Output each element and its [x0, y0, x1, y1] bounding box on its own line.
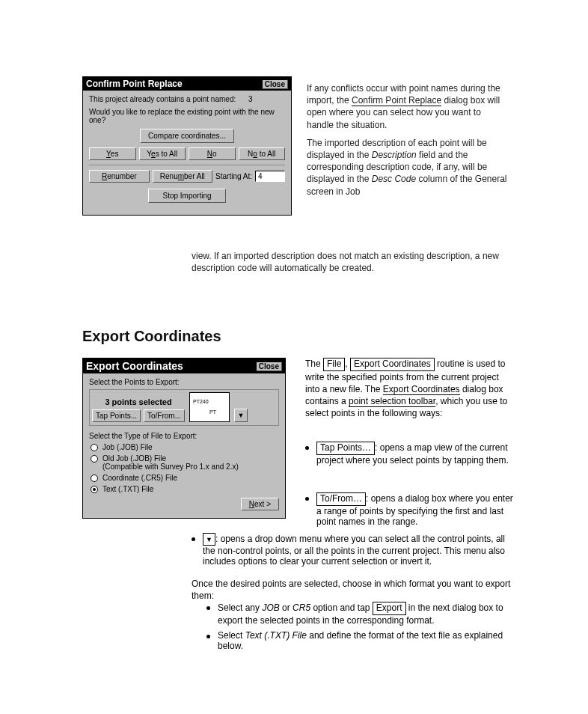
bullet-text: Select any JOB or CR5 option and tap Exp…	[218, 602, 513, 626]
t-em: Desc Code	[372, 174, 416, 184]
radio-coordinate-file[interactable]: Coordinate (.CR5) File	[91, 474, 279, 482]
menu-keycap: File	[323, 358, 345, 371]
t-em: JOB	[262, 602, 279, 613]
next-button[interactable]: Next >	[241, 498, 279, 510]
starting-at-label: Starting At:	[215, 172, 252, 180]
radio-label: Job (.JOB) File	[102, 443, 153, 451]
radio-text-file[interactable]: Text (.TXT) File	[91, 485, 279, 493]
compare-coordinates-button[interactable]: Compare coordinates...	[140, 129, 234, 143]
renumber-button[interactable]: Renumber	[89, 170, 150, 183]
t: The	[305, 358, 323, 369]
select-points-label: Select the Points to Export:	[89, 378, 279, 386]
no-button[interactable]: No	[189, 147, 236, 160]
doc-bullet: Select Text (.TXT) File and define the f…	[206, 630, 513, 651]
map-preview[interactable]: PT240 PT	[189, 392, 230, 422]
doc-text-continuation: view. If an imported description does no…	[192, 250, 513, 274]
tap-points-button[interactable]: Tap Points...	[92, 409, 141, 422]
close-button[interactable]: Close	[256, 361, 282, 371]
to-from-button[interactable]: To/From...	[144, 409, 185, 422]
close-button[interactable]: Close	[262, 79, 288, 89]
radio-icon	[91, 444, 98, 451]
section-heading: Export Coordinates	[82, 328, 221, 345]
dialog-body: This project already contains a point na…	[83, 91, 291, 215]
selection-count: 3 points selected	[92, 397, 185, 407]
bullet-text: Tap Points…: opens a map view of the cur…	[316, 442, 515, 466]
button-keycap: To/From…	[316, 492, 366, 506]
radio-label: Text (.TXT) File	[102, 485, 153, 493]
dialog-title: Export Coordinates	[86, 360, 183, 372]
doc-para: The imported description of each point w…	[307, 137, 509, 198]
bullet-icon	[305, 446, 309, 450]
confirm-point-replace-dialog: Confirm Point Replace Close This project…	[82, 76, 292, 216]
doc-para: If any conflicts occur with point names …	[307, 82, 509, 131]
radio-job-file[interactable]: Job (.JOB) File	[91, 443, 279, 451]
t-em: CR5	[293, 602, 310, 613]
doc-bullet: To/From…: opens a dialog box where you e…	[305, 492, 515, 527]
bullet-icon	[192, 537, 195, 541]
t: option and tap	[310, 602, 373, 613]
export-coordinates-dialog: Export Coordinates Close Select the Poin…	[82, 358, 286, 519]
selection-dropdown-button[interactable]: ▼	[234, 409, 248, 422]
renumber-all-button[interactable]: Renumber All	[153, 170, 213, 183]
yes-button[interactable]: Yes	[89, 147, 136, 160]
dialog-titlebar: Export Coordinates Close	[83, 358, 285, 373]
doc-bullet: Tap Points…: opens a map view of the cur…	[305, 442, 515, 466]
dialog-message-line1: This project already contains a point na…	[89, 95, 285, 103]
msg-prefix: This project already contains a point na…	[89, 95, 236, 103]
doc-text-block-2: The File, Export Coordinates routine is …	[305, 358, 515, 427]
bullet-icon	[305, 497, 309, 501]
point-name-value: 3	[248, 95, 253, 103]
doc-bullet: Select any JOB or CR5 option and tap Exp…	[206, 602, 513, 626]
t: : opens a drop down menu where you can s…	[203, 534, 505, 567]
bullet-icon	[206, 635, 210, 638]
radio-label: Coordinate (.CR5) File	[102, 474, 177, 482]
dropdown-keycap: ▼	[203, 533, 215, 546]
t-em: Text (.TXT) File	[245, 630, 307, 641]
no-to-all-button[interactable]: No to All	[239, 147, 286, 160]
dialog-titlebar: Confirm Point Replace Close	[83, 77, 291, 91]
t-em: Export Coordinates	[383, 384, 460, 395]
t-em: point selection toolbar	[349, 396, 435, 407]
bullet-icon	[206, 606, 210, 610]
t: or	[280, 602, 293, 613]
map-point-label: PT240	[193, 399, 209, 404]
button-keycap: Tap Points…	[316, 442, 375, 455]
dialog-message-line2: Would you like to replace the existing p…	[89, 108, 285, 124]
bullet-text: Select Text (.TXT) File and define the f…	[218, 630, 513, 651]
button-keycap: Export	[373, 602, 406, 615]
doc-text-block-1: If any conflicts occur with point names …	[307, 82, 509, 204]
chevron-down-icon: ▼	[206, 536, 212, 543]
stop-importing-button[interactable]: Stop Importing	[148, 189, 225, 203]
t-em: Confirm Point Replace	[352, 95, 441, 106]
t: Select	[218, 630, 245, 641]
dialog-title: Confirm Point Replace	[86, 79, 183, 89]
doc-para: view. If an imported description does no…	[192, 250, 513, 274]
t-em: Description	[372, 150, 417, 160]
t: Select any	[218, 602, 262, 613]
radio-icon	[91, 486, 98, 493]
radio-old-job-file[interactable]: Old Job (.JOB) File (Compatible with Sur…	[91, 454, 279, 471]
point-selection-toolbar: 3 points selected Tap Points... To/From.…	[89, 389, 279, 426]
doc-bullet: ▼: opens a drop down menu where you can …	[192, 533, 513, 567]
chevron-down-icon: ▼	[238, 412, 245, 419]
t: ,	[345, 358, 350, 369]
bullet-text: To/From…: opens a dialog box where you e…	[316, 492, 515, 527]
radio-icon	[91, 475, 98, 482]
doc-para: Once the desired points are selected, ch…	[192, 578, 513, 602]
radio-icon	[91, 455, 98, 463]
bullet-text: ▼: opens a drop down menu where you can …	[203, 533, 513, 567]
menu-keycap: Export Coordinates	[350, 358, 435, 371]
map-point-label: PT	[209, 409, 216, 415]
select-type-label: Select the Type of File to Export:	[89, 432, 279, 440]
doc-para: The File, Export Coordinates routine is …	[305, 358, 515, 419]
dialog-body: Select the Points to Export: 3 points se…	[83, 373, 285, 518]
starting-at-input[interactable]: 4	[255, 171, 285, 182]
yes-to-all-button[interactable]: Yes to All	[139, 147, 186, 160]
radio-label: Old Job (.JOB) File (Compatible with Sur…	[102, 454, 239, 471]
